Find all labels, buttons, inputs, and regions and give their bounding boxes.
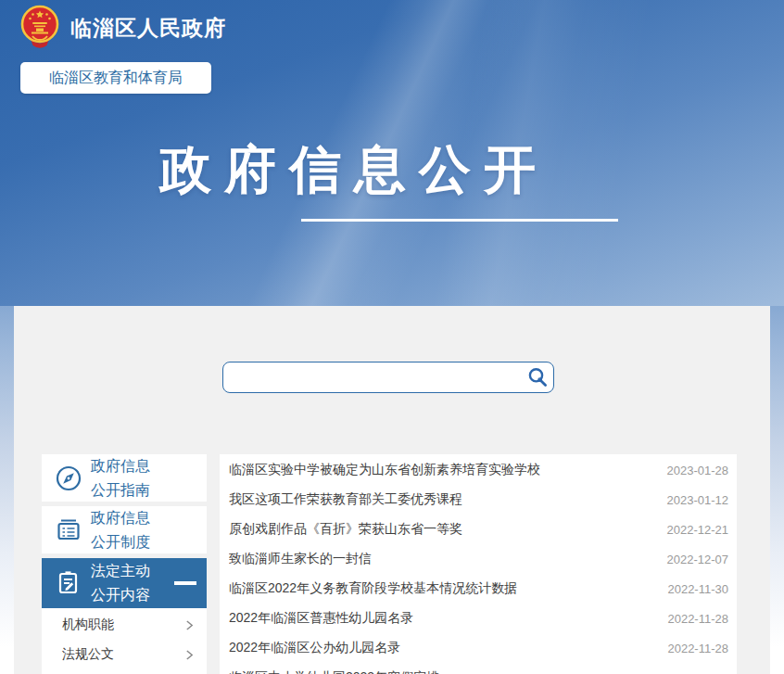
- list-item[interactable]: 致临淄师生家长的一封信 2022-12-07: [220, 544, 737, 574]
- sidebar-submenu: 机构职能 法规公文: [42, 608, 207, 674]
- search-button[interactable]: [526, 366, 549, 388]
- news-date: 2022-11-25: [667, 671, 728, 674]
- document-list-icon: [55, 516, 82, 544]
- news-list: 临淄区实验中学被确定为山东省创新素养培育实验学校 2023-01-28 我区这项…: [220, 454, 737, 674]
- chevron-right-icon: [185, 619, 194, 631]
- submenu-label: 法规公文: [62, 646, 114, 663]
- chevron-right-icon: [185, 649, 194, 661]
- list-item[interactable]: 我区这项工作荣获教育部关工委优秀课程 2023-01-12: [220, 485, 737, 515]
- sidebar-item-agency-functions[interactable]: 机构职能: [42, 610, 207, 640]
- news-date: 2022-11-30: [667, 582, 728, 596]
- news-title[interactable]: 临淄区2022年义务教育阶段学校基本情况统计数据: [229, 580, 517, 597]
- list-item[interactable]: 临淄区2022年义务教育阶段学校基本情况统计数据 2022-11-30: [220, 574, 737, 604]
- news-date: 2022-12-07: [667, 553, 729, 566]
- page-title: 政府信息公开: [159, 135, 549, 206]
- clipboard-pen-icon: [55, 569, 82, 597]
- list-item[interactable]: 2022年临淄区公办幼儿园名录 2022-11-28: [220, 633, 737, 663]
- banner: 临淄区人民政府 临淄区教育和体育局 政府信息公开: [0, 0, 784, 306]
- news-title[interactable]: 临淄区实验中学被确定为山东省创新素养培育实验学校: [229, 462, 540, 478]
- sidebar-item-label: 政府信息 公开制度: [91, 506, 150, 554]
- news-date: 2022-11-28: [667, 612, 728, 626]
- list-item[interactable]: 原创戏剧作品《百折》荣获山东省一等奖 2022-12-21: [220, 515, 737, 544]
- sidebar-item-disclosure-guide[interactable]: 政府信息 公开指南: [42, 454, 207, 502]
- sidebar-item-label: 法定主动 公开内容: [91, 559, 150, 607]
- search-input[interactable]: [233, 364, 524, 392]
- news-date: 2022-11-28: [667, 642, 728, 655]
- department-button[interactable]: 临淄区教育和体育局: [20, 62, 211, 94]
- list-item[interactable]: 临淄区实验中学被确定为山东省创新素养培育实验学校 2023-01-28: [220, 455, 737, 485]
- page: 临淄区人民政府 临淄区教育和体育局 政府信息公开: [0, 0, 784, 674]
- sidebar-item-regulations-documents[interactable]: 法规公文: [42, 640, 207, 669]
- sidebar-item-disclosure-rules[interactable]: 政府信息 公开制度: [42, 506, 207, 553]
- title-underline: [301, 219, 618, 222]
- sidebar-item-label: 政府信息 公开指南: [91, 454, 150, 502]
- news-date: 2022-12-21: [667, 523, 729, 537]
- sidebar-item-statutory-disclosure[interactable]: 法定主动 公开内容: [42, 558, 207, 608]
- news-title[interactable]: 2022年临淄区普惠性幼儿园名录: [229, 610, 413, 627]
- list-item[interactable]: 2022年临淄区普惠性幼儿园名录 2022-11-28: [220, 604, 737, 633]
- list-item[interactable]: 临淄区中小学幼儿园2023年寒假安排 2022-11-25: [220, 663, 737, 674]
- sidebar: 政府信息 公开指南 政府信息 公开制度: [42, 454, 207, 674]
- search-box: [222, 362, 554, 393]
- news-date: 2023-01-28: [667, 464, 729, 477]
- news-title[interactable]: 致临淄师生家长的一封信: [229, 551, 372, 567]
- submenu-label: 机构职能: [62, 617, 114, 633]
- search-icon: [526, 366, 549, 388]
- news-title[interactable]: 临淄区中小学幼儿园2023年寒假安排: [229, 669, 439, 674]
- news-title[interactable]: 原创戏剧作品《百折》荣获山东省一等奖: [229, 521, 462, 538]
- compass-icon: [55, 464, 82, 492]
- site-title[interactable]: 临淄区人民政府: [70, 14, 226, 43]
- minus-icon: [174, 581, 196, 585]
- news-title[interactable]: 我区这项工作荣获教育部关工委优秀课程: [229, 491, 462, 508]
- news-title[interactable]: 2022年临淄区公办幼儿园名录: [229, 640, 400, 656]
- content-panel: 政府信息 公开指南 政府信息 公开制度: [14, 306, 770, 674]
- china-national-emblem-icon: [19, 4, 61, 52]
- news-date: 2023-01-12: [667, 493, 729, 507]
